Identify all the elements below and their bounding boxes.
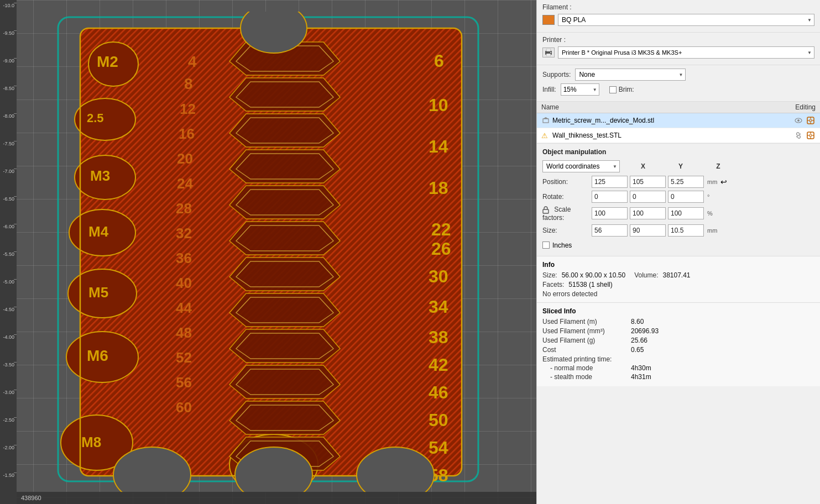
printer-dropdown[interactable]: Printer B * Original Prusa i3 MK3S & MK3… [558,46,814,59]
svg-text:30: 30 [429,266,448,286]
ruler-tick: -7.50 [0,141,17,169]
svg-rect-80 [546,49,551,51]
svg-rect-100 [543,209,549,213]
scale-x-input[interactable] [592,207,628,219]
ruler-tick: -8.00 [0,113,17,141]
edit-icon-1[interactable] [806,116,816,125]
scale-unit: % [707,210,713,217]
position-z-input[interactable] [668,176,704,188]
ruler-tick: -9.00 [0,58,17,86]
print-settings-section: Supports: None Infill: 15% Brim: [537,65,820,102]
rotate-y-input[interactable] [630,191,666,203]
svg-text:34: 34 [429,297,448,317]
rotate-x-input[interactable] [592,191,628,203]
info-size-value: 56.00 x 90.00 x 10.50 [562,271,625,279]
svg-text:20: 20 [177,150,193,167]
object-icon-1 [541,116,550,125]
svg-marker-52 [229,114,340,147]
scale-lock-icon[interactable] [542,206,550,214]
unlink-icon-2[interactable] [793,130,803,140]
position-y-input[interactable] [630,176,666,188]
scale-z-input[interactable] [668,207,704,219]
svg-text:60: 60 [176,399,192,416]
eye-icon-1[interactable] [793,116,803,125]
svg-text:16: 16 [179,125,195,142]
position-label: Position: [542,178,589,186]
position-x-input[interactable] [592,176,628,188]
printer-label: Printer : [542,36,566,44]
ruler-tick: -4.50 [0,307,17,334]
object-actions-1 [782,116,816,125]
filament-dropdown[interactable]: BQ PLA [558,14,814,26]
info-title: Info [542,261,814,269]
cost-label: Cost [542,346,631,354]
object-list-header: Name Editing [537,102,820,113]
right-panel: Filament : BQ PLA Printer : Printe [536,0,820,504]
coordinates-label: World coordinates [546,162,600,170]
3d-viewport[interactable]: -10.0 -9.50 -9.00 -8.50 -8.00 -7.50 -7.0… [0,0,536,504]
size-z-input[interactable] [668,224,704,237]
ruler-tick: -5.50 [0,251,17,279]
svg-text:40: 40 [176,275,192,291]
inches-row: Inches [542,239,814,251]
rotate-label: Rotate: [542,193,589,201]
object-list-item-1[interactable]: Metric_screw_m..._device_Mod.stl [537,113,820,128]
filament-color-swatch[interactable] [542,15,555,25]
svg-text:8: 8 [184,75,193,92]
filament-g-value: 25.66 [631,337,647,344]
svg-text:M6: M6 [87,347,108,364]
printer-section: Printer : Printer B * Original Prusa i3 … [537,33,820,65]
svg-text:28: 28 [176,200,192,217]
svg-marker-54 [229,186,340,219]
edit-icon-2[interactable] [806,130,816,140]
rotate-z-input[interactable] [668,191,704,203]
info-size-label: Size: [542,271,557,279]
svg-text:46: 46 [429,382,448,402]
scale-y-input[interactable] [630,207,666,219]
ruler-tick: -7.00 [0,169,17,196]
svg-text:36: 36 [176,250,192,266]
ruler-tick: -3.00 [0,390,17,417]
object-name-2: Wall_thikness_test.STL [552,132,782,139]
warning-icon-2 [541,131,550,140]
normal-mode-row: - normal mode 4h30m [542,364,814,372]
coordinates-dropdown[interactable]: World coordinates [542,160,620,172]
ruler-tick: -10.0 [0,3,17,30]
ruler-tick: -1.50 [0,473,17,500]
size-y-input[interactable] [630,224,666,237]
filament-name-text: BQ PLA [562,16,586,24]
size-x-input[interactable] [592,224,628,237]
svg-text:12: 12 [180,101,196,117]
supports-dropdown[interactable]: None [575,69,686,81]
svg-text:6: 6 [434,51,444,71]
stealth-mode-value: 4h31m [631,373,651,381]
svg-text:38: 38 [429,327,448,347]
svg-point-7 [75,98,135,140]
object-list-item-2[interactable]: Wall_thikness_test.STL [537,128,820,143]
scale-label: Scale factors: [542,206,589,222]
svg-text:2.5: 2.5 [87,111,104,125]
print-time-block: Estimated printing time: - normal mode 4… [542,355,814,381]
supports-value: None [579,71,595,78]
y-axis-label: Y [662,162,699,170]
y-axis-ruler: -10.0 -9.50 -9.00 -8.50 -8.00 -7.50 -7.0… [0,0,17,504]
svg-marker-60 [229,401,340,434]
svg-point-82 [550,52,551,53]
position-reset-icon[interactable]: ↩ [720,177,727,186]
svg-rect-81 [546,54,551,56]
col-name-header: Name [541,103,782,111]
infill-dropdown[interactable]: 15% [561,83,599,96]
svg-text:18: 18 [429,178,448,198]
inches-checkbox[interactable] [542,242,550,249]
ruler-tick: -6.50 [0,196,17,224]
brim-checkbox[interactable] [609,86,617,93]
sliced-filament-m-row: Used Filament (m) 8.60 [542,318,814,326]
svg-text:56: 56 [176,374,192,391]
info-facets-label: Facets: [542,281,564,288]
cost-value: 0.65 [631,346,644,354]
printer-name-text: Printer B * Original Prusa i3 MK3S & MK3… [562,49,682,56]
size-label: Size: [542,227,589,234]
no-errors-text: No errors detected [542,290,814,298]
svg-point-86 [797,119,800,122]
svg-marker-56 [229,258,340,291]
